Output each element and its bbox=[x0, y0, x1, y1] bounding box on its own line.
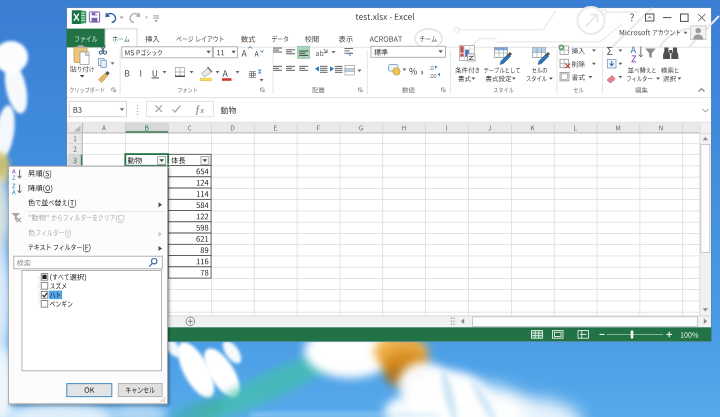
svg-text:.0: .0 bbox=[429, 65, 434, 71]
svg-text:.00: .00 bbox=[429, 73, 437, 79]
